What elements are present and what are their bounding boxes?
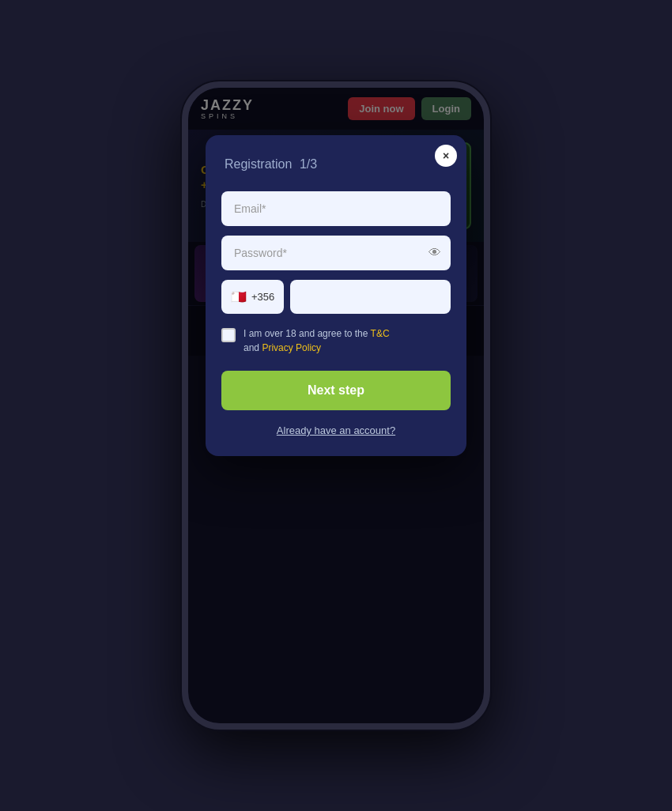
password-input[interactable] [221,236,451,270]
eye-icon[interactable]: 👁 [428,246,441,260]
next-step-button[interactable]: Next step [221,371,451,410]
terms-checkbox[interactable] [221,328,236,342]
modal-overlay: × Registration 1/3 👁 🇲🇹 +356 [188,88,484,723]
terms-label: I am over 18 and agree to the T&C and Pr… [244,326,390,355]
phone-row: 🇲🇹 +356 [221,280,451,314]
email-input[interactable] [221,191,451,226]
phone-frame: JAZZY SPINS Join now Login GET 100% BONU… [182,81,490,730]
modal-title: Registration 1/3 [221,154,451,172]
tc-link[interactable]: T&C [371,328,390,339]
registration-modal: × Registration 1/3 👁 🇲🇹 +356 [206,135,466,456]
country-code: +356 [251,291,274,303]
modal-close-button[interactable]: × [435,145,457,167]
already-account-button[interactable]: Already have an account? [221,424,451,436]
country-selector[interactable]: 🇲🇹 +356 [221,280,284,314]
privacy-link[interactable]: Privacy Policy [262,342,321,353]
phone-screen: JAZZY SPINS Join now Login GET 100% BONU… [188,88,484,723]
country-flag: 🇲🇹 [231,289,247,304]
phone-input[interactable] [290,280,451,314]
checkbox-row: I am over 18 and agree to the T&C and Pr… [221,326,451,355]
password-wrapper: 👁 [221,236,451,270]
